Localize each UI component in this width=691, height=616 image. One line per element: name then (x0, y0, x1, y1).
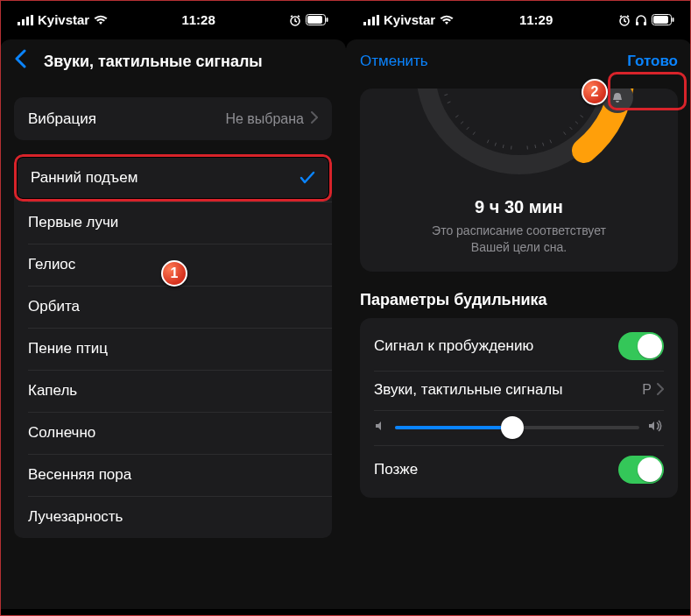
svg-rect-1 (22, 19, 25, 25)
svg-rect-11 (377, 15, 379, 25)
battery-icon (306, 14, 328, 25)
sound-option-label: Лучезарность (28, 508, 123, 526)
annotation-badge-2: 2 (582, 79, 608, 105)
annotation-highlight-done (608, 72, 687, 110)
sound-option[interactable]: Лучезарность (14, 496, 332, 538)
wake-signal-toggle[interactable] (618, 332, 664, 360)
sleep-dial-card: 12 9 ч 30 мин Это расписание соответству… (360, 89, 678, 272)
battery-icon (652, 14, 674, 25)
wifi-icon (94, 15, 108, 25)
page-title: Звуки, тактильные сигналы (44, 53, 302, 71)
sound-option[interactable]: Пение птиц (14, 328, 332, 370)
duration-subtext: Это расписание соответствует Вашей цели … (360, 223, 678, 256)
vibration-value: Не выбрана (225, 111, 304, 127)
svg-rect-3 (31, 15, 33, 25)
vibration-label: Вибрация (28, 110, 96, 128)
svg-rect-0 (18, 22, 20, 25)
phone-right-screen: Kyivstar 11:29 Отменить Готово (346, 0, 691, 616)
sound-option-label: Капель (28, 382, 77, 400)
svg-rect-16 (653, 16, 668, 24)
svg-rect-9 (368, 19, 370, 25)
clock-text: 11:28 (181, 12, 215, 27)
status-bar: Kyivstar 11:29 (346, 0, 691, 32)
alarm-params-group: Сигнал к пробуждению Звуки, тактильные с… (360, 318, 678, 498)
cancel-button[interactable]: Отменить (360, 53, 428, 70)
checkmark-icon (300, 171, 315, 185)
sounds-row-label: Звуки, тактильные сигналы (374, 381, 642, 399)
sound-option[interactable]: Весенняя пора (14, 454, 332, 496)
done-button[interactable]: Готово (627, 53, 678, 70)
alarm-params-title: Параметры будильника (360, 291, 678, 309)
svg-rect-7 (326, 18, 328, 22)
svg-rect-13 (636, 22, 638, 25)
snooze-toggle[interactable] (618, 456, 664, 484)
chevron-right-icon (311, 110, 318, 128)
wake-signal-label: Сигнал к пробуждению (374, 337, 618, 355)
back-chevron-icon[interactable] (14, 49, 26, 74)
snooze-label: Позже (374, 461, 618, 478)
signal-icon (18, 15, 33, 25)
sound-option-label: Ранний подъем (31, 169, 137, 187)
annotation-badge-1: 1 (161, 260, 187, 287)
wake-signal-row: Сигнал к пробуждению (360, 322, 678, 371)
alarm-icon (289, 14, 301, 26)
sound-option[interactable]: Солнечно (14, 412, 332, 454)
carrier-text: Kyivstar (384, 12, 435, 27)
carrier-text: Kyivstar (38, 12, 89, 27)
volume-high-icon (648, 419, 664, 436)
status-bar: Kyivstar 11:28 (0, 0, 346, 32)
sounds-row-value: Р (642, 382, 652, 398)
svg-rect-17 (672, 18, 673, 22)
svg-rect-2 (26, 17, 29, 25)
nav-bar: Звуки, тактильные сигналы (0, 39, 346, 83)
sound-option-label: Орбита (28, 298, 80, 315)
phone-left-screen: Kyivstar 11:28 Звуки, тактильные сигналы… (0, 0, 346, 616)
schedule-sheet: Отменить Готово (346, 39, 691, 609)
alarm-icon (618, 14, 631, 26)
sound-option-label: Пение птиц (28, 340, 108, 358)
chevron-right-icon (657, 381, 664, 400)
sound-option[interactable]: Орбита (14, 286, 332, 328)
volume-row (360, 410, 678, 445)
svg-rect-14 (644, 22, 646, 25)
snooze-row: Позже (360, 445, 678, 494)
volume-slider[interactable] (395, 426, 639, 429)
vibration-row[interactable]: Вибрация Не выбрана (14, 97, 332, 140)
sound-option-label: Весенняя пора (28, 466, 131, 484)
svg-rect-8 (363, 22, 366, 25)
sound-option[interactable]: Капель (14, 370, 332, 412)
wifi-icon (440, 15, 454, 25)
duration-text: 9 ч 30 мин (360, 197, 678, 217)
clock-text: 11:29 (519, 12, 553, 27)
headphones-icon (635, 14, 647, 26)
sound-option[interactable]: Ранний подъем (14, 154, 332, 202)
sound-option-label: Первые лучи (28, 214, 118, 231)
sound-list: Ранний подъемПервые лучиГелиосОрбитаПени… (14, 154, 332, 538)
svg-rect-10 (372, 17, 375, 25)
sound-option[interactable]: Первые лучи (14, 202, 332, 244)
sounds-sheet: Звуки, тактильные сигналы Вибрация Не вы… (0, 39, 346, 609)
volume-low-icon (374, 419, 386, 436)
vibration-group: Вибрация Не выбрана (14, 97, 332, 140)
sound-option-label: Солнечно (28, 424, 95, 442)
sound-option-label: Гелиос (28, 256, 75, 273)
sounds-row[interactable]: Звуки, тактильные сигналы Р (360, 371, 678, 410)
svg-rect-6 (307, 16, 322, 24)
signal-icon (363, 15, 379, 25)
